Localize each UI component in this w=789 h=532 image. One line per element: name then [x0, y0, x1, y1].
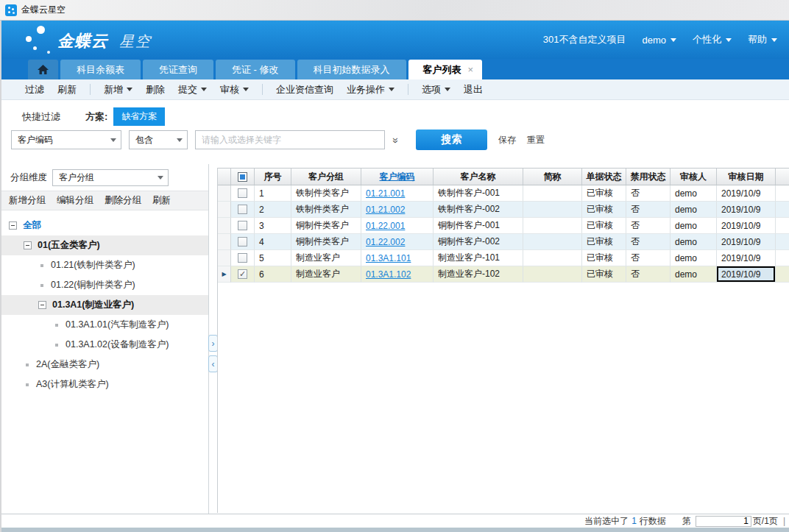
row-checkbox[interactable]	[238, 205, 247, 214]
toolbar-enterprise-credit-query-button[interactable]: 企业资信查询	[276, 83, 333, 96]
toolbar: 过滤刷新新增删除提交审核企业资信查询业务操作选项退出	[0, 79, 789, 100]
grid-header: 序号客户分组客户编码客户名称简称单据状态禁用状态审核人审核日期	[218, 168, 789, 185]
current-row-arrow-icon: ▶	[222, 271, 226, 277]
column-header-forbid_status[interactable]: 禁用状态	[626, 169, 671, 185]
cell-auditor: demo	[671, 218, 717, 234]
tree-node[interactable]: 01.3A1.02(设备制造客户)	[0, 335, 208, 355]
page-input[interactable]	[696, 516, 751, 527]
toolbar-delete-button[interactable]: 删除	[146, 83, 165, 96]
collapse-icon[interactable]	[38, 301, 46, 309]
customer-code-link[interactable]: 01.3A1.101	[366, 253, 411, 263]
customer-code-link[interactable]: 01.3A1.102	[366, 269, 411, 280]
logo-dot-icon	[47, 51, 50, 54]
logo-dot-icon	[33, 46, 37, 50]
column-header-code[interactable]: 客户编码	[361, 169, 434, 185]
tree-node[interactable]: 全部	[0, 216, 208, 235]
cell-abbr	[523, 185, 582, 202]
tree-node[interactable]: 01.3A1.01(汽车制造客户)	[0, 315, 208, 335]
table-row[interactable]: 4铜制件类客户01.22.002铜制件客户-002已审核否demo2019/10…	[218, 234, 789, 250]
row-checkbox[interactable]	[238, 221, 247, 230]
column-header-doc_status[interactable]: 单据状态	[582, 169, 626, 185]
tree-node[interactable]: 01.21(铁制件类客户)	[0, 255, 208, 275]
expand-filter-icon[interactable]: »	[390, 129, 402, 151]
collapse-icon[interactable]	[24, 241, 32, 249]
quick-filter-row: 快捷过滤 方案: 缺省方案	[22, 107, 165, 126]
search-button[interactable]: 搜索	[416, 130, 487, 150]
select-all-cell[interactable]	[231, 169, 255, 185]
table-row[interactable]: ▶✓6制造业客户01.3A1.102制造业客户-102已审核否demo2019/…	[218, 266, 789, 283]
cell-seq: 2	[255, 202, 291, 218]
row-checkbox-cell[interactable]	[231, 185, 255, 202]
row-checkbox-cell[interactable]	[231, 234, 255, 250]
column-header-abbr[interactable]: 简称	[523, 169, 582, 185]
collapse-icon[interactable]	[9, 221, 17, 230]
row-checkbox[interactable]: ✓	[238, 269, 247, 279]
filter-area: 快捷过滤 方案: 缺省方案 客户编码 包含 » 搜索 保存 重置	[0, 100, 789, 164]
toolbar-add-button[interactable]: 新增	[104, 83, 132, 96]
toolbar-exit-button[interactable]: 退出	[464, 83, 483, 96]
customer-code-link[interactable]: 01.22.002	[366, 237, 405, 247]
tab-account-balance[interactable]: 科目余额表	[60, 60, 141, 79]
toolbar-filter-button[interactable]: 过滤	[25, 83, 44, 96]
row-checkbox-cell[interactable]: ✓	[231, 266, 255, 283]
select-all-checkbox[interactable]	[238, 172, 247, 182]
edit-group-button[interactable]: 编辑分组	[57, 194, 93, 207]
tab-customer-list[interactable]: 客户列表×	[408, 60, 483, 79]
scheme-label: 方案:	[85, 110, 107, 124]
user-menu[interactable]: demo	[642, 35, 676, 46]
cell-abbr	[523, 218, 582, 234]
tree-node[interactable]: A3(计算机类客户)	[0, 375, 208, 394]
dimension-select[interactable]: 客户分组	[52, 169, 169, 186]
tab-voucher-modify[interactable]: 凭证 - 修改	[216, 60, 295, 79]
row-checkbox[interactable]	[238, 188, 247, 198]
toolbar-item-label: 删除	[146, 83, 165, 96]
add-group-button[interactable]: 新增分组	[9, 194, 46, 207]
tree-node[interactable]: 2A(金融类客户)	[0, 355, 208, 375]
column-header-group[interactable]: 客户分组	[291, 169, 361, 185]
table-row[interactable]: 2铁制件类客户01.21.002铁制件客户-002已审核否demo2019/10…	[218, 202, 789, 218]
filter-operator-select[interactable]: 包含	[129, 130, 188, 149]
row-checkbox[interactable]	[238, 237, 247, 247]
tree-node-label: 2A(金融类客户)	[36, 358, 99, 371]
tab-home[interactable]	[28, 60, 58, 79]
toolbar-audit-button[interactable]: 审核	[220, 83, 249, 96]
toolbar-submit-button[interactable]: 提交	[178, 83, 207, 96]
customer-code-link[interactable]: 01.21.002	[366, 205, 405, 215]
header-link-label: 帮助	[748, 33, 767, 46]
delete-group-button[interactable]: 删除分组	[105, 194, 141, 207]
row-checkbox-cell[interactable]	[231, 202, 255, 218]
close-icon[interactable]: ×	[468, 65, 474, 74]
project-label[interactable]: 301不含自定义项目	[543, 33, 626, 46]
cell-name: 制造业客户-101	[434, 250, 523, 266]
caret-down-icon	[726, 38, 732, 42]
tab-account-initial-data[interactable]: 科目初始数据录入	[297, 60, 406, 79]
row-checkbox-cell[interactable]	[231, 218, 255, 234]
help-menu[interactable]: 帮助	[748, 33, 777, 46]
table-row[interactable]: 5制造业客户01.3A1.101制造业客户-101已审核否demo2019/10…	[218, 250, 789, 266]
toolbar-refresh-button[interactable]: 刷新	[57, 83, 77, 96]
keyword-input[interactable]	[195, 130, 385, 149]
column-header-auditor[interactable]: 审核人	[671, 169, 717, 185]
filter-field-select[interactable]: 客户编码	[11, 130, 121, 149]
toolbar-options-button[interactable]: 选项	[422, 83, 450, 96]
row-checkbox-cell[interactable]	[231, 250, 255, 266]
tree-node[interactable]: 01(五金类客户)	[0, 235, 208, 255]
personalize-menu[interactable]: 个性化	[693, 33, 732, 46]
customer-code-link[interactable]: 01.22.001	[366, 221, 405, 231]
table-row[interactable]: 1铁制件类客户01.21.001铁制件客户-001已审核否demo2019/10…	[218, 185, 789, 202]
refresh-group-button[interactable]: 刷新	[152, 194, 171, 207]
reset-button[interactable]: 重置	[527, 134, 545, 146]
selected-info-prefix: 当前选中了	[584, 515, 629, 528]
tree-node[interactable]: 01.22(铜制件类客户)	[0, 275, 208, 295]
column-header-seq[interactable]: 序号	[255, 169, 291, 185]
default-scheme-button[interactable]: 缺省方案	[113, 107, 165, 126]
save-button[interactable]: 保存	[498, 134, 516, 146]
tab-voucher-query[interactable]: 凭证查询	[143, 60, 213, 79]
column-header-audit_date[interactable]: 审核日期	[717, 169, 776, 185]
row-checkbox[interactable]	[238, 253, 247, 263]
customer-code-link[interactable]: 01.21.001	[366, 188, 405, 199]
table-row[interactable]: 3铜制件类客户01.22.001铜制件客户-001已审核否demo2019/10…	[218, 218, 789, 234]
toolbar-business-operation-button[interactable]: 业务操作	[347, 83, 394, 96]
tree-node[interactable]: 01.3A1(制造业客户)	[0, 295, 208, 315]
column-header-name[interactable]: 客户名称	[434, 169, 523, 185]
